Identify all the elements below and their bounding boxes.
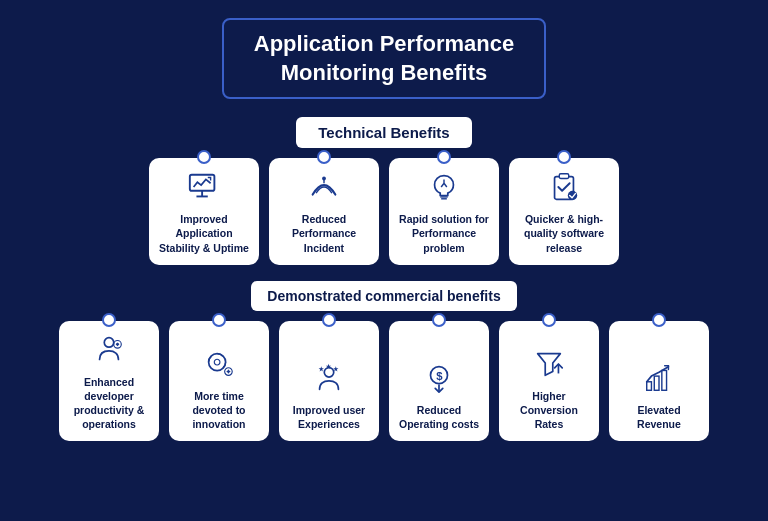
svg-point-15 [116,343,118,345]
card-experience: Improved user Experiences [279,321,379,442]
card-dot-rapid [437,150,451,164]
card-label-conversion: Higher Conversion Rates [507,389,591,432]
card-dot-release [557,150,571,164]
card-label-innovation: More time devoted to innovation [177,389,261,432]
card-label-incident: Reduced Performance Incident [277,212,371,255]
card-label-developer: Enhanced developer productivity & operat… [67,375,151,432]
svg-point-13 [104,337,113,346]
main-title-box: Application Performance Monitoring Benef… [222,18,546,99]
stars-person-icon [310,359,348,397]
card-costs: $ Reduced Operating costs [389,321,489,442]
svg-text:$: $ [436,370,443,382]
svg-rect-32 [654,376,659,390]
commercial-section: Demonstrated commercial benefits Enhance… [20,281,748,442]
card-dot-revenue [652,313,666,327]
card-dot-experience [322,313,336,327]
card-label-revenue: Elevated Revenue [617,403,701,431]
card-stability: Improved Application Stability & Uptime [149,158,259,265]
funnel-up-icon [530,345,568,383]
svg-line-9 [444,183,447,187]
technical-section: Technical Benefits Improved Application … [20,117,748,265]
svg-point-17 [214,359,220,365]
bulb-icon [425,168,463,206]
clipboard-check-icon [545,168,583,206]
gear-person-icon [90,331,128,369]
card-dot-costs [432,313,446,327]
svg-point-4 [322,177,326,181]
commercial-label: Demonstrated commercial benefits [251,281,516,311]
card-release: Quicker & high-quality software release [509,158,619,265]
card-rapid: Rapid solution for Performance problem [389,158,499,265]
card-conversion: Higher Conversion Rates [499,321,599,442]
svg-point-21 [227,370,230,373]
card-dot-incident [317,150,331,164]
svg-rect-31 [647,382,652,391]
technical-label: Technical Benefits [296,117,471,148]
main-title: Application Performance Monitoring Benef… [254,30,514,87]
brain-gears-icon [200,345,238,383]
coin-down-icon: $ [420,359,458,397]
card-label-rapid: Rapid solution for Performance problem [397,212,491,255]
card-label-experience: Improved user Experiences [287,403,371,431]
card-developer: Enhanced developer productivity & operat… [59,321,159,442]
card-dot-developer [102,313,116,327]
svg-point-22 [324,368,333,377]
card-label-stability: Improved Application Stability & Uptime [157,212,251,255]
technical-cards-row: Improved Application Stability & Uptime … [20,158,748,265]
svg-marker-23 [319,366,324,371]
card-label-release: Quicker & high-quality software release [517,212,611,255]
card-dot-conversion [542,313,556,327]
card-innovation: More time devoted to innovation [169,321,269,442]
chart-up-icon [640,359,678,397]
card-incident: Reduced Performance Incident [269,158,379,265]
svg-rect-33 [662,370,667,390]
commercial-cards-row: Enhanced developer productivity & operat… [20,321,748,442]
card-dot-stability [197,150,211,164]
card-label-costs: Reduced Operating costs [397,403,481,431]
arc-icon [305,168,343,206]
card-dot-innovation [212,313,226,327]
monitor-up-icon [185,168,223,206]
svg-rect-11 [559,174,568,179]
card-revenue: Elevated Revenue [609,321,709,442]
